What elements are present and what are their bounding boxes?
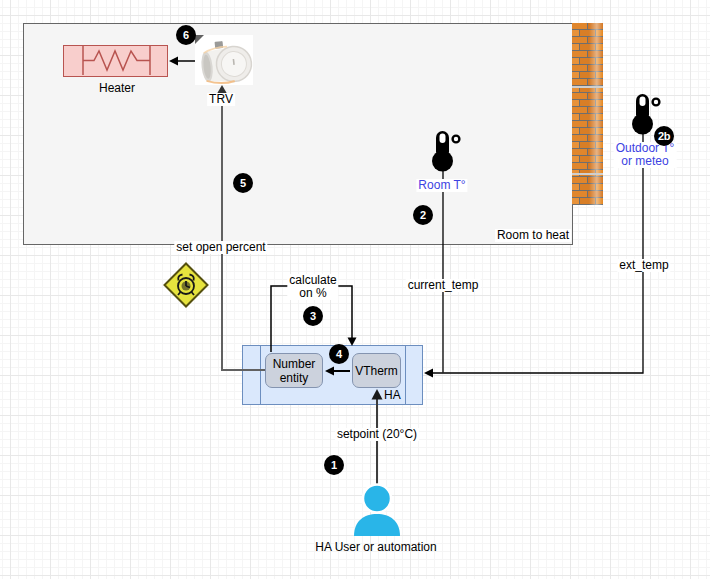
vtherm-node: VTherm	[352, 353, 401, 388]
step-badge-2b: 2b	[654, 126, 674, 146]
heater-label: Heater	[99, 82, 135, 95]
ha-label: HA	[384, 389, 401, 402]
room-sensor-label: Room T°	[416, 179, 467, 192]
ext-temp-label: ext_temp	[617, 259, 670, 272]
step-badge-3: 3	[303, 306, 323, 326]
calculate-label-line2: on %	[289, 287, 336, 300]
outdoor-sensor-label: Outdoor T° or meteo	[614, 142, 677, 168]
ha-box-right-bar	[405, 346, 406, 404]
trv-label: TRV	[207, 93, 235, 106]
current-temp-label: current_temp	[406, 279, 481, 292]
diagram-canvas: Heater TRV Number entity VTherm HA	[0, 0, 710, 579]
outdoor-sensor-label-line2: or meteo	[616, 155, 675, 168]
user-icon	[351, 483, 403, 537]
room-to-heat-label: Room to heat	[495, 229, 571, 242]
room-thermometer-icon	[427, 130, 461, 172]
set-open-percent-label: set open percent	[174, 241, 267, 254]
timer-icon	[163, 262, 209, 308]
step-badge-2: 2	[413, 205, 433, 225]
vtherm-label: VTherm	[355, 364, 398, 378]
resistor-icon	[64, 46, 166, 75]
brick-wall-image	[572, 23, 603, 205]
trv-image	[195, 35, 253, 85]
number-entity-label-line2: entity	[273, 371, 316, 385]
number-entity-label-line1: Number	[273, 357, 316, 371]
step-badge-1: 1	[324, 455, 344, 475]
setpoint-label: setpoint (20°C)	[335, 428, 419, 441]
step-badge-5: 5	[233, 173, 253, 193]
step-badge-4: 4	[329, 344, 349, 364]
step-badge-6: 6	[176, 25, 196, 45]
ha-box-left-bar	[260, 346, 261, 404]
heater-shape	[63, 45, 168, 77]
user-label: HA User or automation	[315, 541, 436, 554]
calculate-label: calculate on %	[287, 274, 338, 300]
number-entity-node: Number entity	[265, 353, 323, 388]
